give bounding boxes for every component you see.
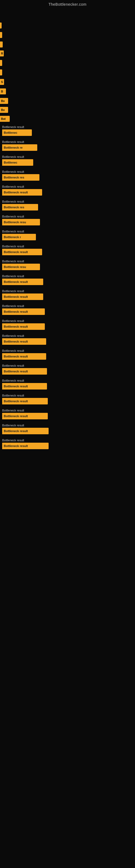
result-bar-14: Bottleneck result — [2, 323, 45, 330]
site-title: TheBottlenecker.com — [0, 0, 135, 8]
result-label-13: Bottleneck result — [1, 304, 135, 308]
result-bar-wrap-8: Bottleneck r — [1, 234, 135, 240]
bar-7: S — [0, 79, 135, 85]
result-label-19: Bottleneck result — [1, 394, 135, 397]
result-bar-wrap-11: Bottleneck result — [1, 279, 135, 285]
result-bar-text-1: Bottlenec — [4, 131, 17, 134]
result-bar-11: Bottleneck result — [2, 279, 43, 285]
bar-fill-1 — [0, 23, 2, 29]
result-block-5: Bottleneck result Bottleneck result — [1, 184, 135, 197]
bar-fill-3 — [0, 41, 3, 48]
bar-4: R — [0, 51, 135, 56]
result-block-14: Bottleneck result Bottleneck result — [1, 318, 135, 331]
bar-2 — [0, 32, 135, 38]
result-bar-text-3: Bottlenec — [4, 161, 17, 164]
result-bar-wrap-3: Bottlenec — [1, 159, 135, 166]
bar-fill-4: R — [0, 51, 4, 56]
result-label-15: Bottleneck result — [1, 334, 135, 337]
result-bar-wrap-22: Bottleneck result — [1, 443, 135, 449]
result-bar-wrap-1: Bottlenec — [1, 129, 135, 136]
result-bar-text-18: Bottleneck result — [4, 384, 28, 388]
bar-6 — [0, 69, 135, 75]
result-label-12: Bottleneck result — [1, 289, 135, 293]
result-label-10: Bottleneck result — [1, 259, 135, 263]
result-bar-wrap-17: Bottleneck result — [1, 368, 135, 375]
bar-fill-10: Bo — [0, 107, 8, 113]
bar-fill-6 — [0, 69, 2, 75]
result-bar-text-8: Bottleneck r — [4, 236, 21, 239]
result-label-22: Bottleneck result — [1, 439, 135, 442]
result-bar-text-4: Bottleneck res — [4, 176, 24, 179]
result-block-13: Bottleneck result Bottleneck result — [1, 303, 135, 316]
result-block-12: Bottleneck result Bottleneck result — [1, 288, 135, 301]
result-bar-9: Bottleneck result — [2, 249, 42, 255]
result-block-2: Bottleneck result Bottleneck re — [1, 139, 135, 152]
result-bar-text-7: Bottleneck resu — [4, 220, 26, 224]
bar-8: B — [0, 88, 135, 94]
result-bar-wrap-14: Bottleneck result — [1, 323, 135, 330]
result-bar-2: Bottleneck re — [2, 144, 37, 151]
result-bar-1: Bottlenec — [2, 129, 32, 136]
result-block-8: Bottleneck result Bottleneck r — [1, 229, 135, 241]
bar-3 — [0, 41, 135, 48]
result-bar-10: Bottleneck resu — [2, 264, 40, 270]
result-bar-text-21: Bottleneck result — [4, 429, 28, 433]
result-label-21: Bottleneck result — [1, 424, 135, 427]
result-block-18: Bottleneck result Bottleneck result — [1, 378, 135, 391]
result-block-7: Bottleneck result Bottleneck resu — [1, 214, 135, 226]
result-block-20: Bottleneck result Bottleneck result — [1, 408, 135, 421]
result-bar-text-20: Bottleneck result — [4, 414, 28, 418]
result-bar-4: Bottleneck res — [2, 174, 39, 181]
result-bar-5: Bottleneck result — [2, 189, 42, 195]
result-bar-16: Bottleneck result — [2, 353, 46, 360]
result-block-16: Bottleneck result Bottleneck result — [1, 348, 135, 361]
result-block-10: Bottleneck result Bottleneck resu — [1, 258, 135, 271]
result-bar-21: Bottleneck result — [2, 428, 49, 434]
bar-10: Bo — [0, 107, 135, 113]
result-label-11: Bottleneck result — [1, 275, 135, 278]
bar-fill-9: Bo — [0, 98, 8, 104]
result-block-6: Bottleneck result Bottleneck res — [1, 199, 135, 212]
result-bar-wrap-9: Bottleneck result — [1, 249, 135, 255]
site-title-bar: TheBottlenecker.com — [0, 0, 135, 8]
result-label-4: Bottleneck result — [1, 170, 135, 173]
result-block-17: Bottleneck result Bottleneck result — [1, 363, 135, 376]
result-bar-wrap-10: Bottleneck resu — [1, 264, 135, 270]
result-bar-13: Bottleneck result — [2, 308, 45, 315]
bar-fill-7: S — [0, 79, 4, 85]
result-label-18: Bottleneck result — [1, 379, 135, 382]
result-bar-wrap-5: Bottleneck result — [1, 189, 135, 195]
result-bar-wrap-2: Bottleneck re — [1, 144, 135, 151]
result-bar-text-19: Bottleneck result — [4, 400, 28, 403]
result-block-19: Bottleneck result Bottleneck result — [1, 393, 135, 405]
result-bar-text-6: Bottleneck res — [4, 206, 24, 209]
result-block-9: Bottleneck result Bottleneck result — [1, 244, 135, 256]
result-bar-wrap-21: Bottleneck result — [1, 428, 135, 434]
result-block-21: Bottleneck result Bottleneck result — [1, 423, 135, 435]
bar-fill-2 — [0, 32, 2, 38]
result-bar-17: Bottleneck result — [2, 368, 47, 375]
result-block-4: Bottleneck result Bottleneck res — [1, 169, 135, 182]
result-bar-text-15: Bottleneck result — [4, 340, 28, 343]
result-bar-20: Bottleneck result — [2, 413, 48, 420]
bar-fill-11: Bot — [0, 116, 10, 122]
result-bar-wrap-16: Bottleneck result — [1, 353, 135, 360]
result-bar-12: Bottleneck result — [2, 293, 43, 300]
result-bar-wrap-15: Bottleneck result — [1, 338, 135, 345]
result-bar-wrap-4: Bottleneck res — [1, 174, 135, 181]
result-block-22: Bottleneck result Bottleneck result — [1, 437, 135, 450]
result-bar-19: Bottleneck result — [2, 398, 48, 404]
result-bar-wrap-19: Bottleneck result — [1, 398, 135, 404]
bar-1 — [0, 23, 135, 29]
bar-11: Bot — [0, 116, 135, 122]
result-bar-wrap-6: Bottleneck res — [1, 204, 135, 211]
result-bar-wrap-18: Bottleneck result — [1, 383, 135, 390]
result-bar-text-12: Bottleneck result — [4, 295, 28, 299]
result-label-6: Bottleneck result — [1, 200, 135, 203]
result-bar-wrap-20: Bottleneck result — [1, 413, 135, 420]
result-label-2: Bottleneck result — [1, 140, 135, 144]
result-bar-wrap-7: Bottleneck resu — [1, 219, 135, 225]
result-bar-wrap-13: Bottleneck result — [1, 308, 135, 315]
result-block-3: Bottleneck result Bottlenec — [1, 154, 135, 167]
result-label-5: Bottleneck result — [1, 185, 135, 188]
